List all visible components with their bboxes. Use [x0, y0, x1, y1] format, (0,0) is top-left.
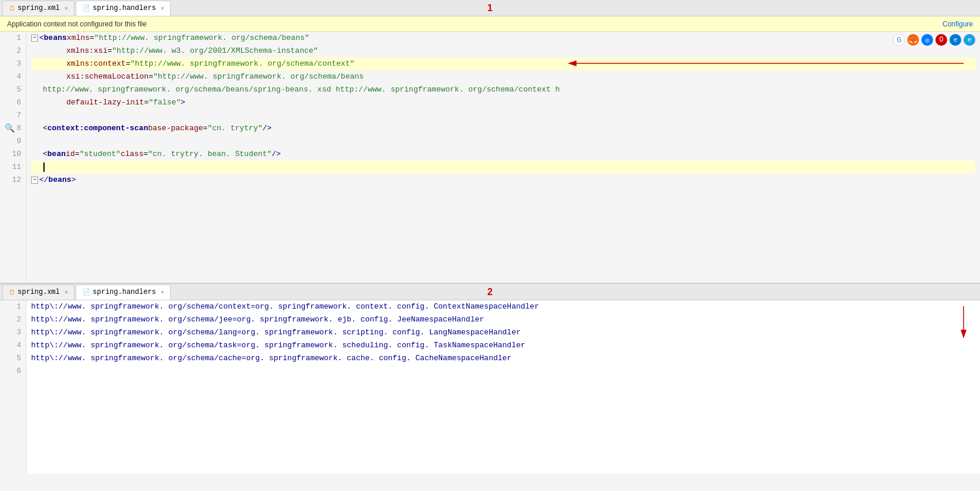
- code-line-5: http://www. springframework. org/schema/…: [31, 83, 975, 96]
- text-cursor: [43, 162, 45, 172]
- tab-spring-handlers-1-close[interactable]: ✕: [161, 5, 164, 12]
- code-line-6: default-lazy-init="false">: [31, 96, 975, 109]
- line-numbers-top: 1 2 3 4 5 6 7 8 🔍 9 10 11 12: [0, 32, 26, 283]
- opera-icon[interactable]: O: [935, 34, 947, 46]
- tab-spring-handlers-2-label: spring.handlers: [93, 288, 156, 296]
- pane2-tab-bar: 🗒 spring.xml ✕ 📄 spring.handlers ✕ 2: [0, 284, 980, 300]
- code-line-2: xmlns:xsi="http://www. w3. org/2001/XMLS…: [31, 45, 975, 57]
- xml-file-icon-2: 🗒: [9, 289, 15, 296]
- bottom-line-5: http\://www. springframework. org/schema…: [31, 352, 975, 365]
- edge-icon[interactable]: e: [950, 34, 961, 46]
- notification-bar: Application context not configured for t…: [0, 16, 980, 32]
- code-line-10: <bean id="student" class="cn. trytry. be…: [31, 148, 975, 161]
- handlers-file-icon-2: 📄: [82, 288, 90, 296]
- tab-spring-handlers-1[interactable]: 📄 spring.handlers ✕: [76, 1, 171, 16]
- code-line-9: [31, 135, 975, 148]
- xml-file-icon: 🗒: [9, 5, 15, 12]
- tab-spring-xml-1-close[interactable]: ✕: [65, 5, 68, 12]
- bottom-line-6: [31, 365, 975, 378]
- fold-icon-12[interactable]: −: [31, 177, 38, 184]
- tab-spring-handlers-1-label: spring.handlers: [93, 4, 156, 12]
- code-content-top[interactable]: − <beans xmlns="http://www. springframew…: [26, 32, 980, 283]
- arrow-annotation-1: [565, 55, 975, 72]
- code-line-7: [31, 109, 975, 122]
- code-line-12: − </beans>: [31, 174, 975, 187]
- bottom-line-3: http\://www. springframework. org/schema…: [31, 326, 975, 339]
- code-line-3: xmlns:context="http://www. springframewo…: [31, 57, 975, 70]
- tab-spring-xml-2-close[interactable]: ✕: [65, 289, 68, 296]
- bottom-line-2: http\://www. springframework. org/schema…: [31, 313, 975, 326]
- bottom-line-1: http\://www. springframework. org/schema…: [31, 300, 975, 313]
- pane1-tab-bar: 🗒 spring.xml ✕ 📄 spring.handlers ✕ 1: [0, 0, 980, 16]
- tab-spring-xml-1[interactable]: 🗒 spring.xml ✕: [2, 1, 74, 16]
- notification-text: Application context not configured for t…: [7, 20, 147, 28]
- fold-icon-1[interactable]: −: [31, 35, 38, 42]
- tab-spring-handlers-2-close[interactable]: ✕: [161, 289, 164, 296]
- code-line-8: <context:component-scan base-package="cn…: [31, 122, 975, 135]
- chrome-icon[interactable]: G: [893, 34, 905, 46]
- tab-spring-handlers-2[interactable]: 📄 spring.handlers ✕: [76, 285, 171, 300]
- pane2-number: 2: [487, 287, 493, 297]
- editor-pane-top: 1 2 3 4 5 6 7 8 🔍 9 10 11 12 − <beans xm…: [0, 32, 980, 284]
- pane1-number: 1: [487, 3, 493, 13]
- gutter-search-icon: 🔍: [5, 122, 15, 135]
- line-numbers-bottom: 1 2 3 4 5 6: [0, 300, 26, 473]
- svg-marker-1: [568, 60, 577, 66]
- tab-spring-xml-2-label: spring.xml: [18, 288, 60, 296]
- browser-icons: G 🦊 ◎ O e e: [893, 34, 975, 46]
- configure-link[interactable]: Configure: [942, 20, 973, 28]
- code-content-bottom[interactable]: http\://www. springframework. org/schema…: [26, 300, 980, 473]
- code-line-11: [31, 161, 975, 174]
- handlers-file-icon: 📄: [82, 4, 90, 12]
- code-line-1: − <beans xmlns="http://www. springframew…: [31, 32, 975, 45]
- tab-spring-xml-2[interactable]: 🗒 spring.xml ✕: [2, 285, 74, 300]
- ie-icon[interactable]: e: [964, 34, 975, 46]
- firefox-icon[interactable]: 🦊: [907, 34, 919, 46]
- bottom-line-4: http\://www. springframework. org/schema…: [31, 339, 975, 352]
- code-line-4: xsi:schemaLocation="http://www. springfr…: [31, 70, 975, 83]
- safari-icon[interactable]: ◎: [921, 34, 933, 46]
- tab-spring-xml-1-label: spring.xml: [18, 4, 60, 12]
- editor-pane-bottom: 1 2 3 4 5 6 http\://www. springframework…: [0, 300, 980, 473]
